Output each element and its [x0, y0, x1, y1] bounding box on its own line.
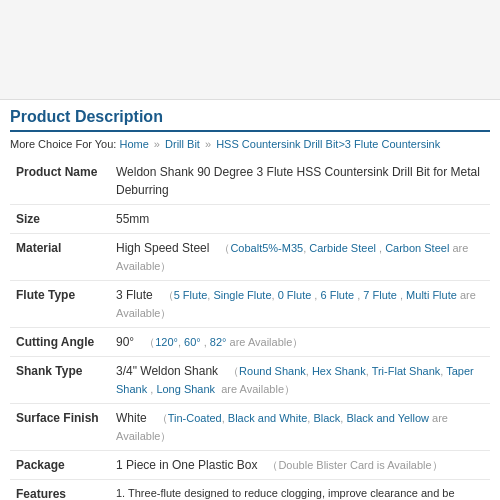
spec-label-size: Size: [10, 205, 110, 234]
spec-row-material: Material High Speed Steel （Cobalt5%-M35,…: [10, 234, 490, 281]
link-hex-shank[interactable]: Hex Shank: [312, 365, 366, 377]
link-multi-flute[interactable]: Multi Flute: [406, 289, 457, 301]
more-choice-row: More Choice For You: Home » Drill Bit » …: [10, 138, 490, 150]
link-0flute[interactable]: 0 Flute: [278, 289, 312, 301]
spec-row-size: Size 55mm: [10, 205, 490, 234]
link-round-shank[interactable]: Round Shank: [239, 365, 306, 377]
link-7flute[interactable]: 7 Flute: [363, 289, 397, 301]
spec-label-flute-type: Flute Type: [10, 281, 110, 328]
link-120deg[interactable]: 120°: [155, 336, 178, 348]
breadcrumb-home[interactable]: Home: [119, 138, 148, 150]
breadcrumb-sep2: »: [205, 138, 214, 150]
spec-value-features: 1. Three-flute designed to reduce cloggi…: [110, 480, 490, 501]
spec-value-package: 1 Piece in One Plastic Box （Double Blist…: [110, 451, 490, 480]
spec-label-material: Material: [10, 234, 110, 281]
section-title: Product Description: [10, 108, 490, 132]
link-single-flute[interactable]: Single Flute: [213, 289, 271, 301]
link-long-shank[interactable]: Long Shank: [156, 383, 215, 395]
link-black[interactable]: Black: [313, 412, 340, 424]
spec-value-surface-finish: White （Tin-Coated, Black and White, Blac…: [110, 404, 490, 451]
top-image-bar: [0, 0, 500, 100]
feature-1: 1. Three-flute designed to reduce cloggi…: [116, 485, 484, 500]
link-cobalt[interactable]: Cobalt5%-M35: [230, 242, 303, 254]
spec-label-shank-type: Shank Type: [10, 357, 110, 404]
link-black-yellow[interactable]: Black and Yellow: [346, 412, 429, 424]
link-triflat-shank[interactable]: Tri-Flat Shank: [372, 365, 441, 377]
spec-value-material: High Speed Steel （Cobalt5%-M35, Carbide …: [110, 234, 490, 281]
spec-row-package: Package 1 Piece in One Plastic Box （Doub…: [10, 451, 490, 480]
spec-value-flute-type: 3 Flute （5 Flute, Single Flute, 0 Flute …: [110, 281, 490, 328]
breadcrumb: Home » Drill Bit » HSS Countersink Drill…: [119, 138, 440, 150]
spec-value-product-name: Weldon Shank 90 Degree 3 Flute HSS Count…: [110, 158, 490, 205]
spec-row-cutting-angle: Cutting Angle 90° （120°, 60° , 82° are A…: [10, 328, 490, 357]
link-carbide[interactable]: Carbide Steel: [309, 242, 376, 254]
spec-value-cutting-angle: 90° （120°, 60° , 82° are Available）: [110, 328, 490, 357]
breadcrumb-drill-bit[interactable]: Drill Bit: [165, 138, 200, 150]
link-5flute[interactable]: 5 Flute: [174, 289, 208, 301]
spec-label-surface-finish: Surface Finish: [10, 404, 110, 451]
link-black-white[interactable]: Black and White: [228, 412, 307, 424]
spec-value-size: 55mm: [110, 205, 490, 234]
more-choice-label: More Choice For You:: [10, 138, 116, 150]
link-60deg[interactable]: 60°: [184, 336, 201, 348]
breadcrumb-sep1: »: [154, 138, 163, 150]
product-description-section: Product Description More Choice For You:…: [0, 100, 500, 500]
features-list: 1. Three-flute designed to reduce cloggi…: [116, 485, 484, 500]
link-82deg[interactable]: 82°: [210, 336, 227, 348]
link-carbon[interactable]: Carbon Steel: [385, 242, 449, 254]
spec-label-product-name: Product Name: [10, 158, 110, 205]
spec-label-package: Package: [10, 451, 110, 480]
spec-row-features: Features 1. Three-flute designed to redu…: [10, 480, 490, 501]
spec-row-surface-finish: Surface Finish White （Tin-Coated, Black …: [10, 404, 490, 451]
spec-table: Product Name Weldon Shank 90 Degree 3 Fl…: [10, 158, 490, 500]
spec-row-shank-type: Shank Type 3/4" Weldon Shank （Round Shan…: [10, 357, 490, 404]
spec-value-shank-type: 3/4" Weldon Shank （Round Shank, Hex Shan…: [110, 357, 490, 404]
link-6flute[interactable]: 6 Flute: [320, 289, 354, 301]
spec-label-features: Features: [10, 480, 110, 501]
spec-row-product-name: Product Name Weldon Shank 90 Degree 3 Fl…: [10, 158, 490, 205]
breadcrumb-hss[interactable]: HSS Countersink Drill Bit>3 Flute Counte…: [216, 138, 440, 150]
spec-row-flute-type: Flute Type 3 Flute （5 Flute, Single Flut…: [10, 281, 490, 328]
spec-label-cutting-angle: Cutting Angle: [10, 328, 110, 357]
link-tin-coated[interactable]: Tin-Coated: [168, 412, 222, 424]
